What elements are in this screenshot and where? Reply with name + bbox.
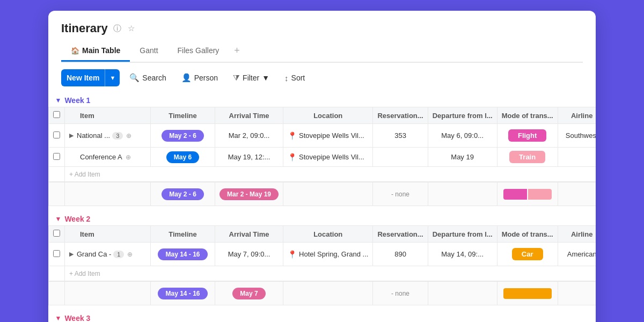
week2-location-header: Location xyxy=(283,226,373,243)
week2-select-all[interactable] xyxy=(53,230,60,237)
tab-gantt[interactable]: Gantt xyxy=(130,42,167,62)
week1-row1-location-cell: 📍 Stovepipe Wells Vil... xyxy=(283,124,373,148)
week1-row1-arrival-cell: Mar 2, 09:0... xyxy=(215,124,283,148)
tab-main-table[interactable]: 🏠 Main Table xyxy=(61,42,130,62)
new-item-dropdown-arrow[interactable]: ▼ xyxy=(105,69,120,86)
week2-reserv-header: Reservation... xyxy=(373,226,428,243)
filter-dropdown-icon: ▼ xyxy=(262,74,269,82)
tab-main-table-label: Main Table xyxy=(82,46,120,55)
week1-row2-arrival-cell: May 19, 12:... xyxy=(215,148,283,167)
week1-add-item-label[interactable]: + Add Item xyxy=(69,171,100,178)
week2-sum-location-cell xyxy=(283,281,373,305)
week2-row1-reservation-text: 890 xyxy=(394,250,406,258)
week1-sum-location-cell xyxy=(283,182,373,206)
week1-row2-departure-text: May 19 xyxy=(451,153,474,161)
new-item-button[interactable]: New Item ▼ xyxy=(61,69,120,86)
filter-label: Filter xyxy=(243,74,259,82)
week1-row1-item-actions: ▶ National ... 3 ⊕ xyxy=(69,131,146,141)
week2-row1-expand-button[interactable]: ▶ xyxy=(69,251,74,258)
tab-gantt-label: Gantt xyxy=(140,46,158,55)
week2-add-item-row[interactable]: + Add Item xyxy=(49,266,596,282)
week1-reserv-header: Reservation... xyxy=(373,107,428,124)
week2-add-item-label[interactable]: + Add Item xyxy=(69,270,100,277)
week1-row2-arrival-text: May 19, 12:... xyxy=(228,153,270,161)
week1-select-all[interactable] xyxy=(53,111,60,118)
week1-row1-add-subitem-icon[interactable]: ⊕ xyxy=(125,131,133,141)
star-icon[interactable]: ☆ xyxy=(127,23,136,34)
week1-columns-row: Item Timeline Arrival Time Location Rese… xyxy=(49,107,596,124)
week1-label: Week 1 xyxy=(64,96,90,105)
week1-row2-mode-badge: Train xyxy=(509,151,545,163)
week2-row1-location-cell: 📍 Hotel Spring, Grand ... xyxy=(283,243,373,266)
week1-row1-checkbox-cell[interactable] xyxy=(49,124,65,148)
week1-row2-location-content: 📍 Stovepipe Wells Vil... xyxy=(288,153,368,162)
week2-sum-mode-bar xyxy=(502,288,553,299)
main-table: ▼ Week 1 Item Timeline Arrival Time Loca… xyxy=(48,92,596,322)
week1-row2-reservation-cell xyxy=(373,148,428,167)
week1-row1-count-badge: 3 xyxy=(112,132,123,140)
week2-row1-location-content: 📍 Hotel Spring, Grand ... xyxy=(288,250,368,259)
search-icon: 🔍 xyxy=(129,73,140,83)
week2-arrival-header: Arrival Time xyxy=(215,226,283,243)
week1-add-item-cell[interactable]: + Add Item xyxy=(65,167,596,182)
week1-row2-add-subitem-icon[interactable]: ⊕ xyxy=(125,152,132,162)
week2-row1-checkbox-cell[interactable] xyxy=(49,243,65,266)
week1-row2-pin-icon: 📍 xyxy=(288,153,297,162)
week1-row2-item-cell: Conference A ⊕ xyxy=(65,148,151,167)
week2-row1-timeline-badge: May 14 - 16 xyxy=(158,248,207,260)
tab-bar: 🏠 Main Table Gantt Files Gallery + xyxy=(61,41,583,63)
week1-timeline-header: Timeline xyxy=(151,107,215,124)
week1-row2-item-actions: Conference A ⊕ xyxy=(69,152,146,162)
week2-timeline-header: Timeline xyxy=(151,226,215,243)
week2-row1-location-text: Hotel Spring, Grand ... xyxy=(299,250,368,258)
week2-row1-checkbox[interactable] xyxy=(53,250,60,257)
filter-button[interactable]: ⧩ Filter ▼ xyxy=(228,70,275,85)
week2-sum-timeline-cell: May 14 - 16 xyxy=(151,281,215,305)
week2-row1-mode-cell: Car xyxy=(497,243,558,266)
week2-item-header: Item xyxy=(65,226,151,243)
week2-checkbox-header[interactable] xyxy=(49,226,65,243)
week1-add-item-row[interactable]: + Add Item xyxy=(49,167,596,182)
week2-add-checkbox-cell xyxy=(49,266,65,282)
week1-sum-departure-cell xyxy=(428,182,497,206)
week1-row1-reservation-cell: 353 xyxy=(373,124,428,148)
week1-arrival-header: Arrival Time xyxy=(215,107,283,124)
week2-row1-departure-cell: May 14, 09:... xyxy=(428,243,497,266)
home-icon: 🏠 xyxy=(71,47,79,55)
table-row: ▶ National ... 3 ⊕ May 2 - 6 Mar 2, 09:0… xyxy=(49,124,596,148)
week2-sum-checkbox-cell xyxy=(49,281,65,305)
week2-row1-item-actions: ▶ Grand Ca - 1 ⊕ xyxy=(69,250,146,259)
week1-location-header: Location xyxy=(283,107,373,124)
week2-sum-reservation-cell: - none xyxy=(373,281,428,305)
week2-header-row: ▼ Week 2 xyxy=(49,206,596,226)
week1-checkbox-header[interactable] xyxy=(49,107,65,124)
week1-row1-expand-button[interactable]: ▶ xyxy=(69,132,74,139)
week1-sum-row: May 2 - 6 Mar 2 - May 19 - none xyxy=(49,182,596,206)
week1-row1-checkbox[interactable] xyxy=(53,131,60,138)
week1-row2-item-name: Conference A xyxy=(80,153,122,161)
week1-row1-timeline-badge: May 2 - 6 xyxy=(162,130,204,142)
week1-row1-departure-cell: May 6, 09:0... xyxy=(428,124,497,148)
week2-toggle[interactable]: ▼ Week 2 xyxy=(55,215,596,223)
tab-add-icon[interactable]: + xyxy=(229,41,245,62)
week1-toggle[interactable]: ▼ Week 1 xyxy=(55,96,596,105)
week1-row1-mode-badge: Flight xyxy=(508,129,546,142)
week1-add-checkbox-cell xyxy=(49,167,65,182)
tab-files-gallery-label: Files Gallery xyxy=(178,46,219,55)
info-icon[interactable]: ⓘ xyxy=(112,23,122,35)
week2-mode-header: Mode of trans... xyxy=(497,226,558,243)
week2-add-item-cell[interactable]: + Add Item xyxy=(65,266,596,282)
toolbar: New Item ▼ 🔍 Search 👤 Person ⧩ Filter ▼ … xyxy=(48,63,596,92)
week1-sum-checkbox-cell xyxy=(49,182,65,206)
sort-icon: ↕ xyxy=(284,74,289,83)
new-item-label: New Item xyxy=(61,74,105,82)
week2-row1-add-subitem-icon[interactable]: ⊕ xyxy=(126,250,134,259)
week1-row2-checkbox[interactable] xyxy=(53,153,60,160)
week1-row2-checkbox-cell[interactable] xyxy=(49,148,65,167)
search-button[interactable]: 🔍 Search xyxy=(124,70,171,85)
tab-files-gallery[interactable]: Files Gallery xyxy=(168,42,229,62)
week3-toggle[interactable]: ▼ Week 3 xyxy=(55,314,596,322)
sort-button[interactable]: ↕ Sort xyxy=(279,71,310,85)
person-button[interactable]: 👤 Person xyxy=(176,70,223,85)
week3-arrow-icon: ▼ xyxy=(55,314,62,322)
